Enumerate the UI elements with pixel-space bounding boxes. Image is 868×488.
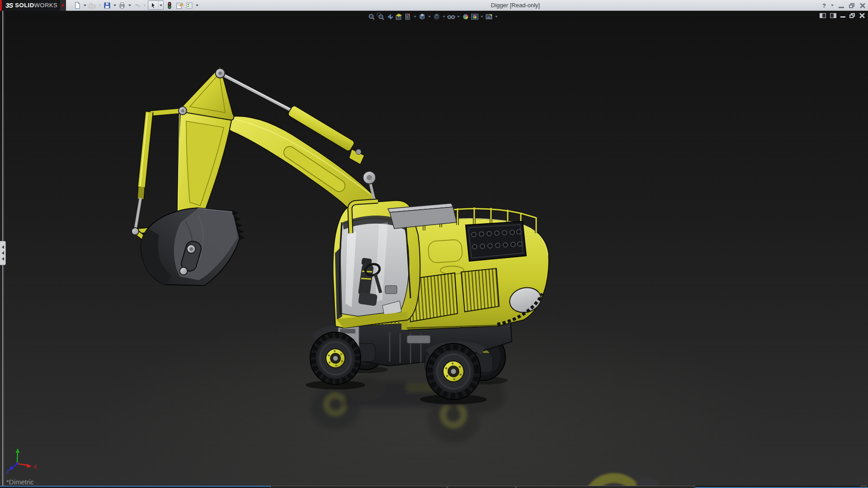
view-orientation-cube-icon [418, 13, 426, 21]
zoom-to-area-icon [377, 13, 385, 21]
select-cursor-icon [150, 2, 157, 9]
zoom-to-fit-icon [368, 13, 376, 21]
solidworks-window: 3S SOLID WORKS [0, 0, 868, 488]
zoom-to-area-button[interactable] [376, 13, 385, 21]
document-restore-button[interactable] [849, 13, 855, 18]
restore-button[interactable] [849, 3, 855, 8]
new-document-icon [74, 2, 81, 9]
panel-splitter-collapse-handle[interactable] [0, 241, 6, 265]
status-strip-segment [448, 486, 515, 488]
undo-icon [133, 2, 141, 9]
save-button[interactable] [102, 1, 112, 10]
collapse-arrow-icon [2, 251, 4, 255]
triad-x-label: X [33, 464, 37, 469]
menu-flyout-button[interactable] [60, 0, 66, 11]
print-icon [118, 2, 126, 9]
section-view-icon [395, 13, 403, 21]
view-orientation-dropdown[interactable] [427, 13, 432, 21]
status-strip-segment [270, 486, 447, 488]
rebuild-traffic-light-icon [166, 2, 173, 9]
collapse-arrow-icon [2, 257, 4, 261]
title-bar: 3S SOLID WORKS [0, 0, 868, 11]
heads-up-view-toolbar [367, 12, 499, 21]
new-button[interactable] [72, 1, 82, 10]
print-dropdown[interactable] [127, 1, 132, 10]
show-left-pane-button[interactable] [820, 13, 826, 18]
view-orientation-button[interactable] [418, 13, 426, 21]
logo-works-text: WORKS [34, 2, 58, 9]
view-orientation-label: *Dimetric [6, 478, 34, 486]
options-dropdown[interactable] [194, 1, 199, 10]
rebuild-button[interactable] [165, 1, 175, 10]
file-properties-button[interactable] [175, 1, 184, 10]
options-button[interactable] [184, 1, 194, 10]
previous-view-icon [386, 13, 394, 21]
view-settings-dropdown[interactable] [494, 13, 499, 21]
document-window-controls [820, 13, 865, 18]
edit-appearance-icon [462, 13, 470, 21]
triad-z-label: Z [5, 469, 9, 474]
document-minimize-button[interactable] [840, 16, 845, 18]
help-button[interactable]: ? [822, 2, 826, 9]
previous-view-button[interactable] [385, 13, 394, 21]
hide-show-items-dropdown[interactable] [456, 13, 461, 21]
dynamic-annotation-views-dropdown[interactable] [412, 13, 417, 21]
status-strip-segment [0, 486, 270, 488]
section-view-button[interactable] [394, 13, 403, 21]
zoom-to-fit-button[interactable] [367, 13, 376, 21]
display-style-button[interactable] [432, 13, 441, 21]
status-strip-segment [516, 486, 694, 488]
window-controls: ? [822, 0, 865, 11]
apply-scene-dropdown[interactable] [479, 13, 484, 21]
logo-solid-text: SOLID [15, 2, 34, 9]
logo-3ds-glyph: 3S [5, 1, 13, 9]
hide-show-items-icon [447, 13, 455, 21]
save-dropdown[interactable] [112, 1, 117, 10]
view-settings-button[interactable] [485, 13, 493, 21]
dynamic-annotation-views-button[interactable] [403, 13, 412, 21]
status-strip [0, 486, 868, 488]
options-checklist-icon [186, 2, 193, 9]
file-properties-icon [176, 2, 184, 9]
apply-scene-icon [471, 13, 479, 21]
undo-button[interactable] [132, 1, 142, 10]
save-icon [104, 2, 111, 9]
solidworks-logo: 3S SOLID WORKS [2, 0, 60, 11]
minimize-button[interactable] [839, 7, 844, 8]
collapse-arrow-icon [2, 245, 4, 249]
apply-scene-button[interactable] [470, 13, 479, 21]
select-button-group [148, 0, 164, 10]
open-button[interactable] [87, 1, 97, 10]
select-dropdown[interactable] [158, 1, 163, 10]
annotation-views-icon [404, 13, 412, 21]
view-settings-icon [485, 13, 493, 21]
status-strip-segment [695, 486, 868, 488]
show-right-pane-button[interactable] [830, 13, 836, 18]
help-dropdown[interactable] [831, 5, 834, 6]
close-button[interactable] [860, 3, 865, 8]
document-close-button[interactable] [859, 13, 865, 18]
select-button[interactable] [148, 1, 158, 10]
open-dropdown[interactable] [97, 1, 102, 10]
graphics-area[interactable] [0, 0, 868, 488]
display-style-icon [433, 13, 441, 21]
print-button[interactable] [117, 1, 127, 10]
open-folder-icon [89, 2, 96, 9]
new-dropdown[interactable] [82, 1, 87, 10]
display-style-dropdown[interactable] [441, 13, 446, 21]
standard-toolbar [72, 0, 199, 11]
hide-show-items-button[interactable] [447, 13, 455, 21]
document-title: Digger [Read-only] [461, 0, 570, 11]
reference-triad: X Z [5, 446, 45, 479]
undo-dropdown[interactable] [142, 1, 147, 10]
edit-appearance-button[interactable] [461, 13, 470, 21]
